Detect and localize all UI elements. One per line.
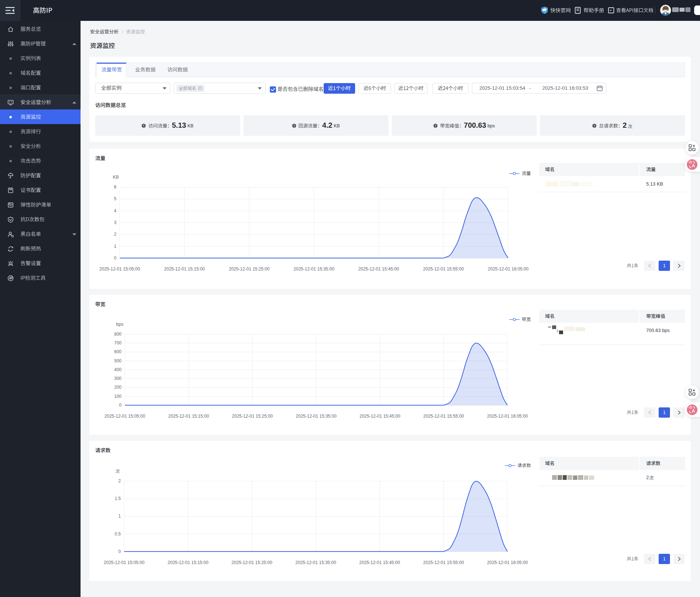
svg-text:500: 500 [114, 358, 122, 363]
svg-text:2025-12-01 15:35:00: 2025-12-01 15:35:00 [294, 266, 335, 272]
svg-text:2025-12-01 15:15:00: 2025-12-01 15:15:00 [168, 414, 209, 419]
svg-text:800: 800 [114, 332, 122, 337]
svg-text:2: 2 [118, 478, 121, 484]
svg-text:1: 1 [118, 514, 121, 519]
svg-text:1.5: 1.5 [115, 496, 121, 501]
svg-text:6: 6 [114, 184, 116, 190]
svg-text:2025-12-01 15:55:00: 2025-12-01 15:55:00 [423, 266, 464, 272]
svg-text:2025-12-01 15:25:00: 2025-12-01 15:25:00 [229, 266, 270, 272]
svg-text:2025-12-01 15:05:00: 2025-12-01 15:05:00 [104, 560, 145, 565]
svg-text:4: 4 [114, 208, 116, 213]
svg-text:2025-12-01 15:25:00: 2025-12-01 15:25:00 [232, 414, 273, 419]
svg-text:100: 100 [114, 394, 122, 399]
svg-text:0: 0 [118, 549, 121, 554]
svg-text:2025-12-01 15:45:00: 2025-12-01 15:45:00 [359, 560, 400, 565]
svg-text:2025-12-01 15:45:00: 2025-12-01 15:45:00 [358, 266, 399, 272]
svg-text:2025-12-01 15:05:00: 2025-12-01 15:05:00 [104, 414, 145, 419]
svg-text:700: 700 [114, 340, 122, 346]
svg-text:2025-12-01 15:05:00: 2025-12-01 15:05:00 [99, 266, 140, 272]
svg-text:2025-12-01 15:35:00: 2025-12-01 15:35:00 [295, 560, 336, 565]
svg-text:2025-12-01 16:05:00: 2025-12-01 16:05:00 [487, 414, 528, 419]
svg-text:5: 5 [114, 196, 116, 201]
svg-text:300: 300 [114, 376, 122, 381]
svg-text:2025-12-01 15:25:00: 2025-12-01 15:25:00 [231, 560, 272, 565]
svg-text:400: 400 [114, 367, 122, 372]
svg-text:2025-12-01 16:05:00: 2025-12-01 16:05:00 [488, 266, 529, 272]
svg-text:3: 3 [114, 220, 116, 225]
svg-text:0: 0 [114, 255, 116, 261]
svg-text:2025-12-01 15:15:00: 2025-12-01 15:15:00 [168, 560, 209, 565]
svg-text:1: 1 [114, 244, 116, 249]
svg-text:2025-12-01 15:45:00: 2025-12-01 15:45:00 [360, 414, 401, 419]
svg-text:2025-12-01 15:35:00: 2025-12-01 15:35:00 [296, 414, 337, 419]
svg-text:0: 0 [119, 403, 122, 408]
svg-text:2025-12-01 16:05:00: 2025-12-01 16:05:00 [487, 560, 528, 565]
svg-text:2025-12-01 15:55:00: 2025-12-01 15:55:00 [423, 560, 464, 565]
svg-text:200: 200 [114, 385, 122, 390]
svg-text:600: 600 [114, 349, 122, 354]
svg-text:0.5: 0.5 [115, 531, 121, 537]
svg-text:2025-12-01 15:55:00: 2025-12-01 15:55:00 [423, 414, 464, 419]
svg-text:2: 2 [114, 232, 116, 237]
svg-text:2025-12-01 15:15:00: 2025-12-01 15:15:00 [164, 266, 205, 272]
